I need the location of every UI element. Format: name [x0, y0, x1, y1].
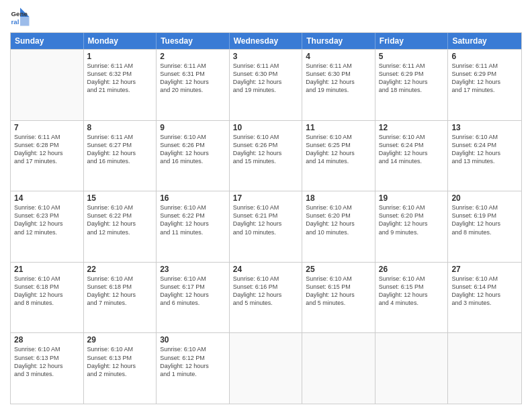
calendar-cell: 25Sunrise: 6:10 AMSunset: 6:15 PMDayligh… — [302, 263, 375, 333]
day-info: Sunrise: 6:10 AMSunset: 6:14 PMDaylight:… — [451, 275, 518, 308]
day-number: 17 — [233, 193, 299, 203]
day-number: 1 — [87, 52, 153, 61]
day-number: 28 — [14, 335, 80, 345]
calendar-cell: 30Sunrise: 6:10 AMSunset: 6:12 PMDayligh… — [157, 333, 230, 404]
day-number: 20 — [451, 193, 518, 203]
day-number: 3 — [233, 52, 299, 61]
day-number: 30 — [160, 335, 226, 345]
calendar-row: 28Sunrise: 6:10 AMSunset: 6:13 PMDayligh… — [11, 332, 521, 404]
calendar-cell: 9Sunrise: 6:10 AMSunset: 6:26 PMDaylight… — [157, 121, 230, 191]
calendar-cell: 1Sunrise: 6:11 AMSunset: 6:32 PMDaylight… — [84, 50, 157, 120]
calendar-cell: 23Sunrise: 6:10 AMSunset: 6:17 PMDayligh… — [157, 263, 230, 333]
weekday-header: Friday — [375, 33, 449, 49]
weekday-header: Tuesday — [157, 33, 230, 49]
day-number: 4 — [306, 52, 371, 61]
logo: Gene ral — [10, 7, 33, 27]
day-info: Sunrise: 6:10 AMSunset: 6:20 PMDaylight:… — [379, 203, 445, 236]
day-info: Sunrise: 6:10 AMSunset: 6:22 PMDaylight:… — [160, 203, 226, 236]
calendar-cell: 19Sunrise: 6:10 AMSunset: 6:20 PMDayligh… — [375, 191, 449, 262]
calendar-header: SundayMondayTuesdayWednesdayThursdayFrid… — [11, 33, 521, 49]
calendar-cell: 5Sunrise: 6:11 AMSunset: 6:29 PMDaylight… — [375, 50, 449, 120]
calendar-cell: 13Sunrise: 6:10 AMSunset: 6:24 PMDayligh… — [448, 121, 521, 191]
calendar-cell: 22Sunrise: 6:10 AMSunset: 6:18 PMDayligh… — [84, 263, 157, 333]
calendar-cell: 26Sunrise: 6:10 AMSunset: 6:15 PMDayligh… — [375, 263, 449, 333]
day-info: Sunrise: 6:11 AMSunset: 6:30 PMDaylight:… — [306, 62, 371, 95]
weekday-header: Thursday — [302, 33, 375, 49]
day-number: 10 — [233, 123, 299, 132]
day-number: 2 — [160, 52, 226, 61]
day-info: Sunrise: 6:10 AMSunset: 6:18 PMDaylight:… — [87, 275, 153, 308]
day-number: 26 — [379, 265, 445, 274]
calendar-cell — [375, 333, 449, 404]
calendar-cell: 18Sunrise: 6:10 AMSunset: 6:20 PMDayligh… — [302, 191, 375, 262]
svg-text:ral: ral — [11, 18, 19, 26]
day-info: Sunrise: 6:10 AMSunset: 6:12 PMDaylight:… — [160, 345, 226, 378]
day-number: 21 — [14, 265, 80, 274]
calendar-cell: 15Sunrise: 6:10 AMSunset: 6:22 PMDayligh… — [84, 191, 157, 262]
calendar-row: 21Sunrise: 6:10 AMSunset: 6:18 PMDayligh… — [11, 262, 521, 333]
weekday-header: Saturday — [448, 33, 521, 49]
calendar-cell: 4Sunrise: 6:11 AMSunset: 6:30 PMDaylight… — [302, 50, 375, 120]
day-info: Sunrise: 6:11 AMSunset: 6:31 PMDaylight:… — [160, 62, 226, 95]
calendar-cell — [302, 333, 375, 404]
day-number: 8 — [87, 123, 153, 132]
day-number: 23 — [160, 265, 226, 274]
day-info: Sunrise: 6:10 AMSunset: 6:19 PMDaylight:… — [451, 203, 518, 236]
day-number: 25 — [306, 265, 371, 274]
calendar-cell: 20Sunrise: 6:10 AMSunset: 6:19 PMDayligh… — [448, 191, 521, 262]
calendar-cell: 14Sunrise: 6:10 AMSunset: 6:23 PMDayligh… — [11, 191, 84, 262]
day-number: 13 — [451, 123, 518, 132]
day-info: Sunrise: 6:10 AMSunset: 6:25 PMDaylight:… — [306, 133, 371, 166]
day-info: Sunrise: 6:11 AMSunset: 6:30 PMDaylight:… — [233, 62, 299, 95]
calendar: SundayMondayTuesdayWednesdayThursdayFrid… — [10, 32, 522, 404]
day-info: Sunrise: 6:10 AMSunset: 6:13 PMDaylight:… — [14, 345, 80, 378]
calendar-cell: 10Sunrise: 6:10 AMSunset: 6:26 PMDayligh… — [230, 121, 303, 191]
calendar-body: 1Sunrise: 6:11 AMSunset: 6:32 PMDaylight… — [11, 49, 521, 404]
calendar-cell — [448, 333, 521, 404]
day-info: Sunrise: 6:10 AMSunset: 6:24 PMDaylight:… — [451, 133, 518, 166]
day-info: Sunrise: 6:10 AMSunset: 6:24 PMDaylight:… — [379, 133, 445, 166]
day-info: Sunrise: 6:10 AMSunset: 6:26 PMDaylight:… — [233, 133, 299, 166]
day-info: Sunrise: 6:10 AMSunset: 6:22 PMDaylight:… — [87, 203, 153, 236]
day-number: 5 — [379, 52, 445, 61]
calendar-row: 7Sunrise: 6:11 AMSunset: 6:28 PMDaylight… — [11, 120, 521, 191]
calendar-cell: 27Sunrise: 6:10 AMSunset: 6:14 PMDayligh… — [448, 263, 521, 333]
calendar-row: 1Sunrise: 6:11 AMSunset: 6:32 PMDaylight… — [11, 49, 521, 120]
day-info: Sunrise: 6:10 AMSunset: 6:17 PMDaylight:… — [160, 275, 226, 308]
day-info: Sunrise: 6:10 AMSunset: 6:15 PMDaylight:… — [306, 275, 371, 308]
day-info: Sunrise: 6:10 AMSunset: 6:18 PMDaylight:… — [14, 275, 80, 308]
day-info: Sunrise: 6:10 AMSunset: 6:16 PMDaylight:… — [233, 275, 299, 308]
day-number: 15 — [87, 193, 153, 203]
day-info: Sunrise: 6:10 AMSunset: 6:20 PMDaylight:… — [306, 203, 371, 236]
calendar-cell: 7Sunrise: 6:11 AMSunset: 6:28 PMDaylight… — [11, 121, 84, 191]
weekday-header: Wednesday — [230, 33, 303, 49]
header: Gene ral — [10, 7, 522, 27]
day-info: Sunrise: 6:11 AMSunset: 6:29 PMDaylight:… — [379, 62, 445, 95]
calendar-cell: 12Sunrise: 6:10 AMSunset: 6:24 PMDayligh… — [375, 121, 449, 191]
calendar-cell: 29Sunrise: 6:10 AMSunset: 6:13 PMDayligh… — [84, 333, 157, 404]
calendar-cell: 21Sunrise: 6:10 AMSunset: 6:18 PMDayligh… — [11, 263, 84, 333]
day-number: 9 — [160, 123, 226, 132]
day-number: 19 — [379, 193, 445, 203]
calendar-cell: 16Sunrise: 6:10 AMSunset: 6:22 PMDayligh… — [157, 191, 230, 262]
svg-marker-1 — [20, 17, 30, 26]
day-info: Sunrise: 6:10 AMSunset: 6:21 PMDaylight:… — [233, 203, 299, 236]
day-info: Sunrise: 6:10 AMSunset: 6:13 PMDaylight:… — [87, 345, 153, 378]
day-info: Sunrise: 6:10 AMSunset: 6:23 PMDaylight:… — [14, 203, 80, 236]
calendar-cell: 17Sunrise: 6:10 AMSunset: 6:21 PMDayligh… — [230, 191, 303, 262]
calendar-cell: 11Sunrise: 6:10 AMSunset: 6:25 PMDayligh… — [302, 121, 375, 191]
calendar-cell — [230, 333, 303, 404]
calendar-cell — [11, 50, 84, 120]
calendar-row: 14Sunrise: 6:10 AMSunset: 6:23 PMDayligh… — [11, 191, 521, 262]
day-number: 6 — [451, 52, 518, 61]
svg-text:Gene: Gene — [11, 10, 28, 17]
day-number: 29 — [87, 335, 153, 345]
day-number: 22 — [87, 265, 153, 274]
day-number: 18 — [306, 193, 371, 203]
day-info: Sunrise: 6:11 AMSunset: 6:27 PMDaylight:… — [87, 133, 153, 166]
day-number: 11 — [306, 123, 371, 132]
day-info: Sunrise: 6:11 AMSunset: 6:29 PMDaylight:… — [451, 62, 518, 95]
calendar-cell: 3Sunrise: 6:11 AMSunset: 6:30 PMDaylight… — [230, 50, 303, 120]
day-number: 24 — [233, 265, 299, 274]
day-info: Sunrise: 6:10 AMSunset: 6:15 PMDaylight:… — [379, 275, 445, 308]
